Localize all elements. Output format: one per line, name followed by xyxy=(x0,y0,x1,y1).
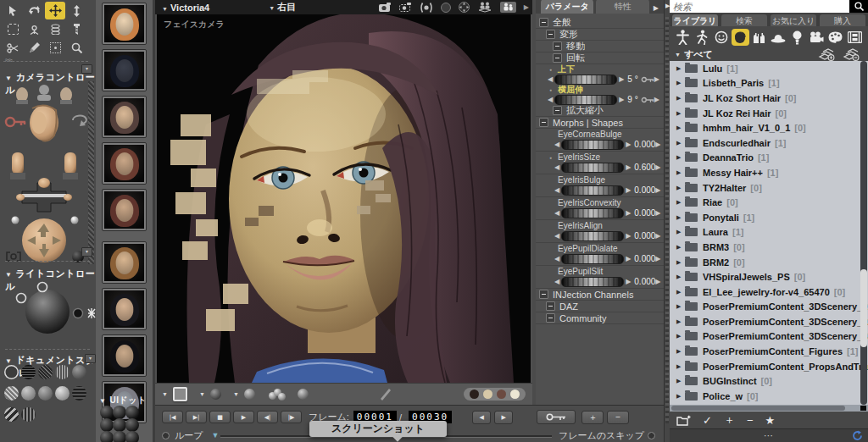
dial-decrement-icon[interactable]: ◀ xyxy=(548,75,553,83)
dial-decrement-icon[interactable]: ◀ xyxy=(554,186,559,194)
category-materials-icon[interactable] xyxy=(826,29,844,46)
tab-overflow-arrow-icon[interactable]: ▶ xyxy=(652,4,660,14)
dial-increment-icon[interactable]: ▶ xyxy=(626,141,631,148)
list-item[interactable]: ▶ Lulu [1] xyxy=(670,61,868,76)
camera-panel-scrollbar[interactable] xyxy=(88,81,94,264)
playhead-marker[interactable]: ▼ xyxy=(212,431,220,439)
collapse-all-icon[interactable] xyxy=(843,48,860,61)
tab-purchase[interactable]: 購入 xyxy=(820,14,865,26)
style-sphere[interactable] xyxy=(21,407,36,422)
tree-group-general[interactable]: 全般 xyxy=(536,17,664,29)
collapse-box-icon[interactable] xyxy=(553,41,562,51)
ui-dot[interactable] xyxy=(100,406,114,419)
figure-layer-icon[interactable] xyxy=(477,2,492,13)
add-icon[interactable]: ＋ xyxy=(724,412,735,428)
expand-arrow-icon[interactable]: ▶ xyxy=(676,169,685,176)
tree-group-move[interactable]: 移動 xyxy=(536,41,664,52)
parameter-dial[interactable] xyxy=(561,208,624,218)
parameter-dial[interactable] xyxy=(561,277,624,287)
element-menu[interactable]: ▼右目 xyxy=(269,1,296,14)
category-figures-icon[interactable] xyxy=(674,29,692,46)
character-thumbnail[interactable] xyxy=(102,189,147,231)
list-item[interactable]: ▶ PoserPremiumContent_Figures [1] xyxy=(670,344,868,359)
color-swatch-shadow[interactable] xyxy=(497,390,506,399)
list-item[interactable]: ▶ El_Lee_jewelry-for-v4_65470 [0] xyxy=(670,285,868,300)
style-sphere[interactable] xyxy=(72,365,86,379)
list-item[interactable]: ▶ Police_w [0] xyxy=(670,389,868,404)
dial-decrement-icon[interactable]: ◀ xyxy=(554,255,559,262)
dial-value[interactable]: 5 ° xyxy=(627,75,637,84)
dial-decrement-icon[interactable]: ◀ xyxy=(554,278,559,285)
parameter-dial[interactable] xyxy=(554,95,617,105)
parameter-dial[interactable] xyxy=(561,231,624,241)
character-thumbnail[interactable] xyxy=(102,241,147,284)
tree-group-morphs[interactable]: Morphs | Shapes xyxy=(536,117,664,129)
remove-icon[interactable]: − xyxy=(747,414,754,427)
list-item[interactable]: ▶ DeannaTrio [1] xyxy=(670,151,868,166)
figure-box-icon[interactable] xyxy=(500,2,516,13)
render-canvas[interactable]: フェイスカメラ xyxy=(157,14,531,383)
sphere-move-icon[interactable] xyxy=(459,2,470,13)
list-item[interactable]: ▶ Messy Hair++ [1] xyxy=(670,165,868,180)
collapse-box-icon[interactable] xyxy=(546,301,555,311)
add-keyframe-button[interactable] xyxy=(537,410,576,424)
next-keyframe-button[interactable]: ▶ xyxy=(494,411,513,424)
category-expressions-icon[interactable] xyxy=(712,29,730,46)
collapse-box-icon[interactable] xyxy=(539,290,548,299)
ui-dot[interactable] xyxy=(125,431,139,442)
list-item[interactable]: ▶ BRM2 [0] xyxy=(670,255,868,270)
list-item[interactable]: ▶ PoserPremiumContent_PropsAndTransport xyxy=(670,359,868,374)
parameter-dial[interactable] xyxy=(561,185,624,196)
resize-grip[interactable]: ⋯ xyxy=(764,430,774,441)
list-item[interactable]: ▶ Lisbeth_Paris [1] xyxy=(670,76,868,91)
dial-value[interactable]: 0.000 xyxy=(634,208,655,218)
parameter-dial[interactable] xyxy=(561,140,624,150)
cut-tool-icon[interactable] xyxy=(3,39,23,57)
expand-arrow-icon[interactable]: ▶ xyxy=(676,199,685,206)
confirm-icon[interactable]: ✓ xyxy=(703,414,712,427)
tab-library[interactable]: ライブラリ xyxy=(672,14,718,26)
expand-arrow-icon[interactable]: ▶ xyxy=(676,124,685,131)
expand-arrow-icon[interactable]: ▶ xyxy=(676,95,685,102)
region-tool-icon[interactable] xyxy=(45,39,65,57)
expand-arrow-icon[interactable]: ▶ xyxy=(676,110,685,117)
select-tool-icon[interactable] xyxy=(3,2,23,19)
expand-arrow-icon[interactable]: ▶ xyxy=(676,80,685,86)
dial-menu-arrow-icon[interactable]: ▶ xyxy=(655,163,660,171)
color-swatch-background[interactable] xyxy=(483,390,492,399)
list-item[interactable]: ▶ Riae [0] xyxy=(670,195,868,210)
dial-menu-arrow-icon[interactable]: ▶ xyxy=(654,75,659,83)
dial-increment-icon[interactable]: ▶ xyxy=(626,232,631,240)
category-cameras-icon[interactable] xyxy=(808,29,826,46)
expand-arrow-icon[interactable]: ▶ xyxy=(676,259,685,266)
expand-arrow-icon[interactable]: ▶ xyxy=(676,244,685,251)
list-item[interactable]: ▶ Laura [1] xyxy=(670,225,868,240)
expand-arrow-icon[interactable]: ▶ xyxy=(676,214,685,221)
camera-controls[interactable] xyxy=(0,83,88,262)
tree-group-scale[interactable]: 拡大縮小 xyxy=(536,105,664,117)
refresh-icon[interactable] xyxy=(852,430,863,441)
draw-tool-icon[interactable] xyxy=(24,39,44,57)
expand-arrow-icon[interactable]: ▶ xyxy=(676,154,685,161)
dropdown-arrow-icon[interactable]: ▼ xyxy=(233,391,239,397)
style-sphere[interactable] xyxy=(4,365,19,379)
transport-button[interactable]: ▶ xyxy=(233,411,254,423)
tracking-box-icon[interactable] xyxy=(173,387,187,401)
library-horizontal-scroll-thumb[interactable] xyxy=(671,406,845,411)
ui-dot[interactable] xyxy=(113,418,126,432)
sphere-icon[interactable] xyxy=(441,3,451,13)
character-thumbnail[interactable] xyxy=(102,142,147,185)
tree-group-daz[interactable]: DAZ xyxy=(536,301,664,312)
style-sphere[interactable] xyxy=(4,386,19,401)
dial-decrement-icon[interactable]: ◀ xyxy=(548,96,553,103)
ui-dot[interactable] xyxy=(125,406,139,419)
category-hands-icon[interactable] xyxy=(750,29,768,46)
key-icon[interactable] xyxy=(641,97,654,103)
color-swatch-foreground[interactable] xyxy=(470,390,479,399)
parameter-dial[interactable] xyxy=(561,254,624,264)
expand-arrow-icon[interactable]: ▶ xyxy=(676,318,685,325)
twist-tool-icon[interactable] xyxy=(24,2,44,19)
dial-value[interactable]: 0.000 xyxy=(634,277,655,286)
tab-parameters[interactable]: パラメータ xyxy=(541,0,593,14)
dial-decrement-icon[interactable]: ◀ xyxy=(554,209,559,217)
